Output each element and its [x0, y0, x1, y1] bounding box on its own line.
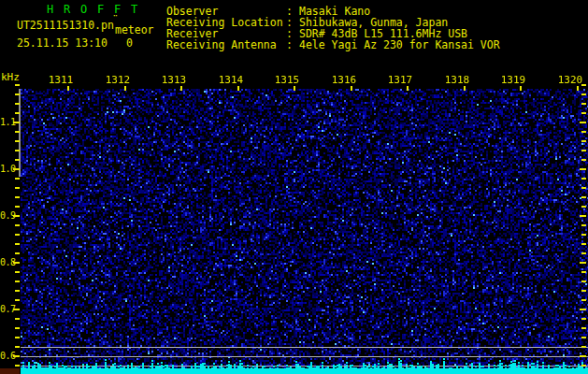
- freq-minor-tick: [581, 103, 586, 105]
- freq-major-tick: [13, 122, 20, 123]
- freq-minor-tick: [15, 337, 20, 338]
- freq-label: 0.8: [0, 257, 13, 267]
- freq-minor-tick: [15, 159, 20, 161]
- freq-label: 0.7: [0, 304, 13, 314]
- time-label: 1318: [443, 75, 471, 85]
- time-tick: [124, 86, 126, 91]
- freq-minor-tick: [581, 318, 586, 320]
- observation-datetime: 25.11.15 13:10: [17, 37, 108, 49]
- info-label: Receiving Antenna: [166, 39, 286, 50]
- freq-label: 0.9: [0, 210, 13, 221]
- time-label: 1317: [386, 75, 414, 85]
- freq-minor-tick: [15, 234, 20, 236]
- freq-major-tick: [580, 309, 586, 310]
- freq-minor-tick: [581, 365, 586, 367]
- freq-minor-tick: [581, 271, 586, 273]
- time-label: 1320: [556, 75, 584, 85]
- freq-axis-unit: kHz: [1, 72, 20, 82]
- time-label: 1313: [160, 75, 188, 85]
- freq-label: 1.0: [0, 164, 13, 174]
- freq-minor-tick: [581, 280, 586, 282]
- freq-minor-tick: [15, 346, 20, 348]
- freq-major-tick: [13, 309, 20, 310]
- time-tick: [351, 86, 352, 91]
- freq-minor-tick: [15, 365, 20, 367]
- time-tick: [577, 86, 579, 91]
- freq-minor-tick: [15, 290, 20, 292]
- freq-minor-tick: [581, 187, 586, 189]
- freq-minor-tick: [581, 196, 586, 198]
- freq-minor-tick: [15, 224, 20, 226]
- freq-minor-tick: [15, 84, 20, 86]
- time-label: 1319: [499, 75, 527, 85]
- freq-minor-tick: [15, 196, 20, 198]
- freq-minor-tick: [15, 150, 20, 151]
- freq-minor-tick: [15, 252, 20, 254]
- info-colon: :: [286, 39, 299, 50]
- freq-major-tick: [580, 262, 586, 264]
- freq-minor-tick: [15, 140, 20, 142]
- time-tick: [180, 86, 182, 91]
- freq-label: 0.6: [0, 351, 13, 361]
- freq-minor-tick: [581, 337, 586, 338]
- freq-minor-tick: [581, 224, 586, 226]
- time-label: 1311: [47, 75, 75, 85]
- bottom-left-red-mark: [0, 368, 20, 374]
- freq-major-tick: [580, 215, 586, 217]
- hrofft-window: HROFFT UT2511151310.pn ¨ meteor 25.11.15…: [0, 0, 588, 374]
- freq-minor-tick: [15, 187, 20, 189]
- freq-major-tick: [580, 168, 586, 170]
- freq-minor-tick: [15, 271, 20, 273]
- freq-minor-tick: [581, 159, 586, 161]
- freq-major-tick: [580, 355, 586, 357]
- freq-minor-tick: [15, 243, 20, 245]
- freq-minor-tick: [581, 140, 586, 142]
- time-tick: [407, 86, 409, 91]
- freq-minor-tick: [15, 280, 20, 282]
- freq-minor-tick: [15, 112, 20, 114]
- freq-major-tick: [13, 215, 20, 217]
- freq-minor-tick: [15, 327, 20, 329]
- meteor-count-value: 0: [126, 37, 133, 49]
- freq-major-tick: [13, 262, 20, 264]
- freq-minor-tick: [581, 234, 586, 236]
- freq-minor-tick: [581, 150, 586, 151]
- app-title: HROFFT: [47, 3, 148, 16]
- freq-major-tick: [580, 122, 586, 123]
- meteor-count-label: meteor: [115, 24, 154, 36]
- freq-minor-tick: [15, 318, 20, 320]
- freq-minor-tick: [581, 94, 586, 95]
- time-label: 1315: [273, 75, 301, 85]
- freq-minor-tick: [581, 243, 586, 245]
- freq-minor-tick: [581, 206, 586, 208]
- freq-minor-tick: [581, 290, 586, 292]
- freq-label: 1.1: [0, 117, 13, 127]
- info-row-receiving-antenna: Receiving Antenna:4ele Yagi Az 230 for K…: [166, 39, 500, 50]
- freq-major-tick: [13, 168, 20, 170]
- info-value: 4ele Yagi Az 230 for Kansai VOR: [299, 39, 500, 50]
- time-tick: [294, 86, 295, 91]
- time-tick: [520, 86, 522, 91]
- spectrogram-canvas: [21, 89, 588, 374]
- freq-minor-tick: [15, 131, 20, 133]
- time-tick: [237, 86, 239, 91]
- freq-minor-tick: [581, 178, 586, 180]
- freq-minor-tick: [581, 327, 586, 329]
- freq-minor-tick: [15, 206, 20, 208]
- freq-major-tick: [13, 355, 20, 357]
- freq-minor-tick: [581, 346, 586, 348]
- freq-minor-tick: [581, 112, 586, 114]
- freq-minor-tick: [15, 299, 20, 301]
- time-label: 1312: [104, 75, 132, 85]
- observation-filename: UT2511151310.pn: [17, 20, 114, 31]
- freq-minor-tick: [15, 103, 20, 105]
- freq-minor-tick: [581, 131, 586, 133]
- time-label: 1314: [217, 75, 245, 85]
- time-label: 1316: [330, 75, 358, 85]
- time-tick: [67, 86, 69, 91]
- freq-minor-tick: [15, 178, 20, 180]
- freq-minor-tick: [15, 94, 20, 95]
- freq-minor-tick: [581, 299, 586, 301]
- time-tick: [464, 86, 466, 91]
- freq-minor-tick: [581, 252, 586, 254]
